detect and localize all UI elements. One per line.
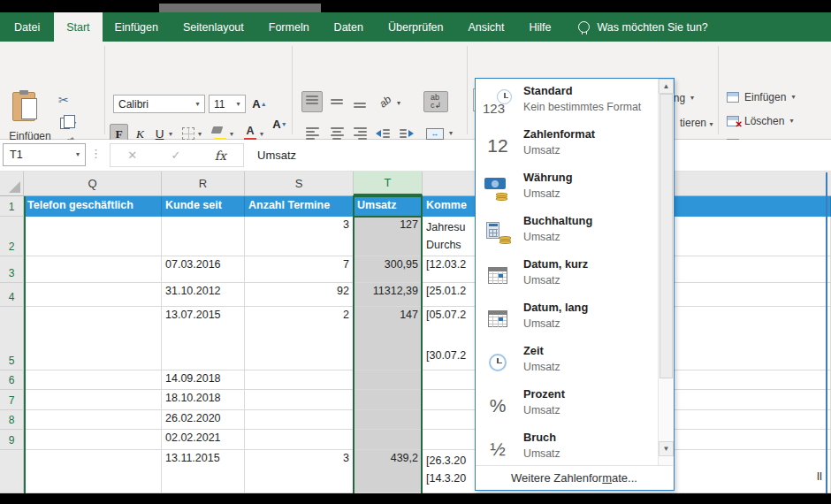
row-header-1[interactable]: 1 bbox=[0, 196, 24, 217]
cell-t9[interactable] bbox=[354, 430, 423, 450]
cut-button[interactable]: ✂ bbox=[58, 93, 69, 107]
cell-s4[interactable]: 92 bbox=[245, 283, 354, 307]
cell-s2[interactable]: 3 bbox=[245, 217, 354, 256]
font-size-combobox[interactable]: 11 ▾ bbox=[209, 95, 246, 113]
cell-r8[interactable]: 26.02.2020 bbox=[162, 410, 245, 430]
increase-font-button[interactable]: A▲ bbox=[250, 94, 269, 114]
column-header-q[interactable]: Q bbox=[24, 172, 162, 195]
tab-daten[interactable]: Daten bbox=[322, 12, 376, 42]
more-number-formats-item[interactable]: Weitere Zahlenformate... bbox=[476, 465, 673, 489]
bottom-align-button[interactable] bbox=[349, 91, 370, 112]
cell-t7[interactable] bbox=[354, 390, 423, 410]
row-header-10[interactable] bbox=[0, 450, 24, 493]
cell-t8[interactable] bbox=[354, 410, 423, 430]
cell-q5[interactable] bbox=[24, 307, 162, 370]
cell-t3[interactable]: 300,95 bbox=[354, 256, 423, 283]
menu-item-bruch[interactable]: ½ Bruch Umsatz bbox=[476, 427, 657, 465]
font-size-dropdown-icon[interactable]: ▾ bbox=[232, 95, 245, 112]
menu-item-waehrung[interactable]: Währung Umsatz bbox=[476, 167, 657, 210]
menu-item-buchhaltung[interactable]: Buchhaltung Umsatz bbox=[476, 210, 657, 254]
menu-item-prozent[interactable]: % Prozent Umsatz bbox=[476, 384, 657, 427]
scroll-down-icon[interactable]: ▼ bbox=[659, 441, 674, 456]
column-header-r[interactable]: R bbox=[162, 172, 245, 195]
row-header-6[interactable]: 6 bbox=[0, 370, 24, 390]
tab-ueberpruefen[interactable]: Überprüfen bbox=[376, 12, 456, 42]
cell-r5[interactable]: 13.07.2015 bbox=[162, 307, 245, 370]
cell-q9[interactable] bbox=[24, 430, 162, 450]
cell-r10[interactable]: 13.11.2015 bbox=[162, 450, 245, 493]
scrollbar-thumb[interactable] bbox=[659, 94, 673, 378]
cell-s9[interactable] bbox=[245, 430, 354, 450]
cell-t1-active[interactable]: Umsatz bbox=[354, 196, 423, 217]
middle-align-button[interactable] bbox=[326, 91, 347, 112]
cell-s3[interactable]: 7 bbox=[245, 256, 354, 283]
tab-einfuegen[interactable]: Einfügen bbox=[103, 12, 171, 42]
merge-center-caret-icon[interactable]: ▾ bbox=[449, 130, 453, 137]
insert-cells-button[interactable]: Einfügen ▾ bbox=[727, 91, 795, 103]
row-header-9[interactable]: 9 bbox=[0, 430, 24, 450]
cell-t5[interactable]: 147 bbox=[354, 307, 423, 370]
wrap-text-button[interactable]: abc↲ bbox=[423, 91, 448, 112]
orientation-caret-icon[interactable]: ▾ bbox=[397, 100, 400, 107]
cell-t6[interactable] bbox=[354, 370, 423, 390]
cell-q6[interactable] bbox=[24, 370, 162, 390]
cell-s10[interactable]: 3 bbox=[245, 450, 354, 493]
cell-s1[interactable]: Anzahl Termine bbox=[245, 196, 354, 217]
cell-t2[interactable]: 127 bbox=[354, 217, 423, 256]
row-header-5[interactable]: 5 bbox=[0, 307, 24, 370]
borders-button[interactable] bbox=[182, 127, 194, 140]
column-header-t-selected[interactable]: T bbox=[354, 172, 423, 195]
menu-item-standard[interactable]: 123 Standard Kein bestimmtes Format bbox=[476, 80, 657, 124]
row-header-8[interactable]: 8 bbox=[0, 410, 24, 430]
top-align-button[interactable] bbox=[301, 91, 323, 112]
copy-button[interactable]: ▾ bbox=[60, 118, 76, 129]
tab-start[interactable]: Start bbox=[54, 12, 102, 42]
cell-q3[interactable] bbox=[24, 256, 162, 283]
font-color-caret-icon[interactable]: ▾ bbox=[260, 131, 263, 138]
delete-cells-button[interactable]: ✕ Löschen ▾ bbox=[727, 115, 793, 127]
cell-r7[interactable]: 18.10.2018 bbox=[162, 390, 245, 410]
tab-formeln[interactable]: Formeln bbox=[256, 12, 322, 42]
tell-me-search[interactable]: Was möchten Sie tun? bbox=[578, 12, 708, 42]
menu-item-zeit[interactable]: Zeit Umsatz bbox=[476, 340, 657, 384]
orientation-button[interactable]: ab bbox=[375, 91, 396, 112]
scroll-up-icon[interactable]: ▲ bbox=[659, 79, 674, 94]
cell-q1[interactable]: Telefon geschäftlich bbox=[24, 196, 162, 217]
column-header-s[interactable]: S bbox=[245, 172, 354, 195]
dropdown-scrollbar[interactable]: ▲ ▼ bbox=[658, 79, 673, 465]
select-all-corner[interactable] bbox=[0, 172, 24, 195]
cell-r1[interactable]: Kunde seit bbox=[162, 196, 245, 217]
cell-r2[interactable] bbox=[162, 217, 245, 256]
cell-q7[interactable] bbox=[24, 390, 162, 410]
cell-t4[interactable]: 11312,39 bbox=[354, 283, 423, 307]
row-header-2[interactable]: 2 bbox=[0, 217, 24, 256]
cell-q8[interactable] bbox=[24, 410, 162, 430]
row-header-3[interactable]: 3 bbox=[0, 256, 24, 283]
cell-r4[interactable]: 31.10.2012 bbox=[162, 283, 245, 307]
cell-s5[interactable]: 2 bbox=[245, 307, 354, 370]
name-box[interactable]: T1 ▾ bbox=[3, 143, 86, 166]
tab-hilfe[interactable]: Hilfe bbox=[517, 12, 564, 42]
cell-q4[interactable] bbox=[24, 283, 162, 307]
cell-r6[interactable]: 14.09.2018 bbox=[162, 370, 245, 390]
cell-s8[interactable] bbox=[245, 410, 354, 430]
borders-caret-icon[interactable]: ▾ bbox=[198, 131, 202, 138]
decrease-font-button[interactable]: A▼ bbox=[271, 114, 289, 134]
cell-s6[interactable] bbox=[245, 370, 354, 390]
format-as-table-fragment[interactable]: tieren ▾ bbox=[680, 117, 713, 129]
cell-r3[interactable]: 07.03.2016 bbox=[162, 256, 245, 283]
row-header-7[interactable]: 7 bbox=[0, 390, 24, 410]
menu-item-datum-lang[interactable]: Datum, lang Umsatz bbox=[476, 297, 657, 340]
cell-q10[interactable] bbox=[24, 450, 162, 493]
tab-datei[interactable]: Datei bbox=[0, 12, 54, 42]
tab-seitenlayout[interactable]: Seitenlayout bbox=[171, 12, 256, 42]
row-header-4[interactable]: 4 bbox=[0, 283, 24, 307]
font-name-combobox[interactable]: Calibri ▾ bbox=[113, 95, 205, 113]
tab-ansicht[interactable]: Ansicht bbox=[456, 12, 517, 42]
insert-function-icon[interactable]: fx bbox=[215, 149, 226, 163]
menu-item-datum-kurz[interactable]: Datum, kurz Umsatz bbox=[476, 254, 657, 297]
cell-q2[interactable] bbox=[24, 217, 162, 256]
font-name-dropdown-icon[interactable]: ▾ bbox=[191, 95, 204, 112]
underline-caret-icon[interactable]: ▾ bbox=[169, 131, 172, 138]
cell-s7[interactable] bbox=[245, 390, 354, 410]
